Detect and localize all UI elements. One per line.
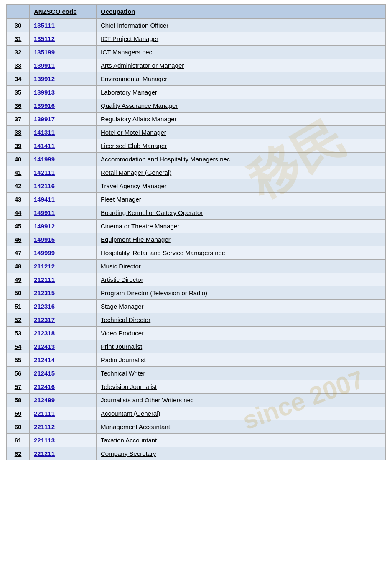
row-occupation[interactable]: Laboratory Manager [97, 86, 386, 99]
row-occupation[interactable]: ICT Project Manager [97, 32, 386, 46]
row-occupation[interactable]: Management Accountant [97, 420, 386, 434]
row-anzsco-code[interactable]: 211212 [30, 260, 97, 273]
row-anzsco-code[interactable]: 212415 [30, 367, 97, 380]
row-occupation[interactable]: Radio Journalist [97, 353, 386, 367]
row-occupation[interactable]: Taxation Accountant [97, 434, 386, 447]
row-anzsco-code[interactable]: 212317 [30, 313, 97, 327]
row-occupation[interactable]: Hospitality, Retail and Service Managers… [97, 246, 386, 260]
row-anzsco-code[interactable]: 221112 [30, 420, 97, 434]
main-container: 移民 since 2007 ANZSCO code Occupation 301… [0, 0, 392, 465]
row-occupation[interactable]: Hotel or Motel Manager [97, 126, 386, 139]
row-anzsco-code[interactable]: 141411 [30, 139, 97, 153]
row-occupation[interactable]: Regulatory Affairs Manager [97, 113, 386, 126]
row-anzsco-code[interactable]: 212499 [30, 394, 97, 407]
table-row: 30135111Chief Information Officer [7, 19, 386, 32]
row-num: 59 [7, 407, 30, 420]
row-num: 39 [7, 139, 30, 153]
row-anzsco-code[interactable]: 141311 [30, 126, 97, 139]
row-anzsco-code[interactable]: 139913 [30, 86, 97, 99]
row-occupation[interactable]: Cinema or Theatre Manager [97, 220, 386, 233]
row-occupation[interactable]: Television Journalist [97, 380, 386, 394]
col-header-anzsco: ANZSCO code [30, 5, 97, 19]
row-anzsco-code[interactable]: 139916 [30, 99, 97, 113]
table-row: 55212414Radio Journalist [7, 353, 386, 367]
row-occupation[interactable]: Equipment Hire Manager [97, 233, 386, 246]
row-occupation[interactable]: Boarding Kennel or Cattery Operator [97, 206, 386, 220]
row-anzsco-code[interactable]: 135112 [30, 32, 97, 46]
row-occupation[interactable]: Fleet Manager [97, 193, 386, 206]
row-anzsco-code[interactable]: 139912 [30, 72, 97, 86]
table-row: 41142111Retail Manager (General) [7, 166, 386, 179]
table-row: 53212318Video Producer [7, 327, 386, 340]
row-occupation[interactable]: ICT Managers nec [97, 46, 386, 59]
row-occupation[interactable]: Company Secretary [97, 447, 386, 460]
table-row: 32135199ICT Managers nec [7, 46, 386, 59]
table-row: 35139913Laboratory Manager [7, 86, 386, 99]
row-num: 57 [7, 380, 30, 394]
row-anzsco-code[interactable]: 221211 [30, 447, 97, 460]
row-occupation[interactable]: Arts Administrator or Manager [97, 59, 386, 72]
row-anzsco-code[interactable]: 149912 [30, 220, 97, 233]
table-row: 39141411Licensed Club Manager [7, 139, 386, 153]
row-anzsco-code[interactable]: 221113 [30, 434, 97, 447]
row-anzsco-code[interactable]: 212413 [30, 340, 97, 353]
table-row: 36139916Quality Assurance Manager [7, 99, 386, 113]
row-anzsco-code[interactable]: 212416 [30, 380, 97, 394]
table-row: 54212413Print Journalist [7, 340, 386, 353]
row-occupation[interactable]: Accountant (General) [97, 407, 386, 420]
table-row: 51212316Stage Manager [7, 300, 386, 313]
row-occupation[interactable]: Artistic Director [97, 273, 386, 286]
table-row: 50212315Program Director (Television or … [7, 286, 386, 300]
row-anzsco-code[interactable]: 149911 [30, 206, 97, 220]
row-anzsco-code[interactable]: 212318 [30, 327, 97, 340]
table-row: 47149999Hospitality, Retail and Service … [7, 246, 386, 260]
row-occupation[interactable]: Technical Writer [97, 367, 386, 380]
row-occupation[interactable]: Accommodation and Hospitality Managers n… [97, 153, 386, 166]
row-occupation[interactable]: Licensed Club Manager [97, 139, 386, 153]
col-header-occupation: Occupation [97, 5, 386, 19]
table-header-row: ANZSCO code Occupation [7, 5, 386, 19]
row-num: 31 [7, 32, 30, 46]
row-anzsco-code[interactable]: 135199 [30, 46, 97, 59]
table-row: 59221111Accountant (General) [7, 407, 386, 420]
row-occupation[interactable]: Chief Information Officer [97, 19, 386, 32]
row-anzsco-code[interactable]: 221111 [30, 407, 97, 420]
row-num: 60 [7, 420, 30, 434]
row-anzsco-code[interactable]: 139917 [30, 113, 97, 126]
row-occupation[interactable]: Technical Director [97, 313, 386, 327]
row-occupation[interactable]: Stage Manager [97, 300, 386, 313]
row-num: 36 [7, 99, 30, 113]
row-anzsco-code[interactable]: 212316 [30, 300, 97, 313]
row-num: 33 [7, 59, 30, 72]
row-occupation[interactable]: Music Director [97, 260, 386, 273]
row-anzsco-code[interactable]: 149915 [30, 233, 97, 246]
row-occupation[interactable]: Program Director (Television or Radio) [97, 286, 386, 300]
row-anzsco-code[interactable]: 135111 [30, 19, 97, 32]
table-row: 42142116Travel Agency Manager [7, 179, 386, 193]
row-occupation[interactable]: Video Producer [97, 327, 386, 340]
row-anzsco-code[interactable]: 142111 [30, 166, 97, 179]
row-num: 51 [7, 300, 30, 313]
row-occupation[interactable]: Print Journalist [97, 340, 386, 353]
row-occupation[interactable]: Travel Agency Manager [97, 179, 386, 193]
row-num: 41 [7, 166, 30, 179]
row-occupation[interactable]: Retail Manager (General) [97, 166, 386, 179]
row-num: 50 [7, 286, 30, 300]
table-row: 31135112ICT Project Manager [7, 32, 386, 46]
row-occupation[interactable]: Quality Assurance Manager [97, 99, 386, 113]
table-row: 33139911Arts Administrator or Manager [7, 59, 386, 72]
row-anzsco-code[interactable]: 212315 [30, 286, 97, 300]
row-anzsco-code[interactable]: 142116 [30, 179, 97, 193]
row-occupation[interactable]: Journalists and Other Writers nec [97, 394, 386, 407]
table-row: 61221113Taxation Accountant [7, 434, 386, 447]
row-occupation[interactable]: Environmental Manager [97, 72, 386, 86]
row-anzsco-code[interactable]: 149411 [30, 193, 97, 206]
row-num: 62 [7, 447, 30, 460]
row-anzsco-code[interactable]: 212111 [30, 273, 97, 286]
row-anzsco-code[interactable]: 212414 [30, 353, 97, 367]
row-anzsco-code[interactable]: 149999 [30, 246, 97, 260]
row-anzsco-code[interactable]: 139911 [30, 59, 97, 72]
table-row: 37139917Regulatory Affairs Manager [7, 113, 386, 126]
row-anzsco-code[interactable]: 141999 [30, 153, 97, 166]
table-row: 56212415Technical Writer [7, 367, 386, 380]
